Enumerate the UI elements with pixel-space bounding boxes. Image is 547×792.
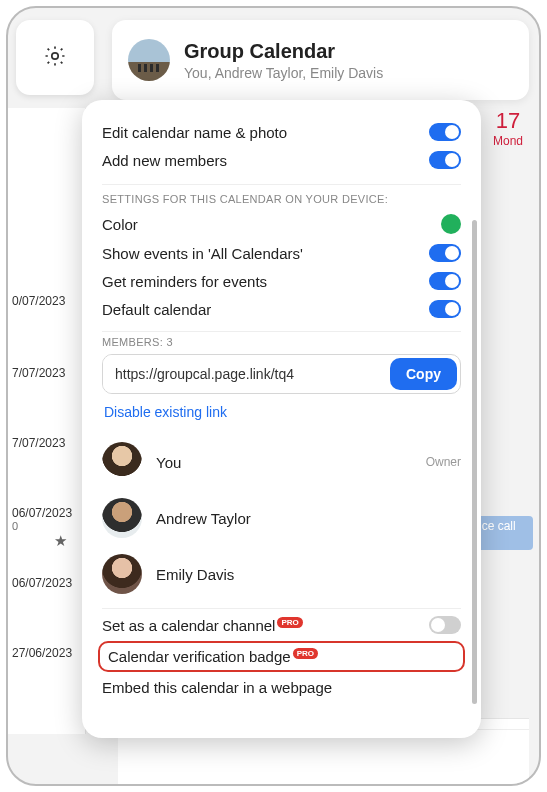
avatar xyxy=(102,498,142,538)
svg-point-0 xyxy=(52,52,58,58)
bg-date[interactable]: 06/07/2023 xyxy=(12,576,82,590)
toggle-default-cal[interactable] xyxy=(429,300,461,318)
bg-day-header[interactable]: 17 Mond xyxy=(477,108,539,158)
bg-date[interactable]: 0/07/2023 xyxy=(12,294,82,308)
star-icon: ★ xyxy=(54,532,67,550)
member-role: Owner xyxy=(426,455,461,469)
row-default-calendar[interactable]: Default calendar xyxy=(102,295,461,323)
row-verification-badge[interactable]: Calendar verification badgePRO xyxy=(98,641,465,672)
row-color[interactable]: Color xyxy=(102,209,461,239)
row-label: Edit calendar name & photo xyxy=(102,124,429,141)
gear-icon xyxy=(43,44,67,72)
copy-link-button[interactable]: Copy xyxy=(390,358,457,390)
scrollbar[interactable] xyxy=(472,220,477,704)
section-device-settings: SETTINGS FOR THIS CALENDAR ON YOUR DEVIC… xyxy=(102,184,461,205)
settings-button[interactable] xyxy=(16,20,94,95)
calendar-header-card[interactable]: Group Calendar You, Andrew Taylor, Emily… xyxy=(112,20,529,100)
row-add-members[interactable]: Add new members xyxy=(102,146,461,174)
bg-day-number: 17 xyxy=(477,108,539,134)
disable-link-action[interactable]: Disable existing link xyxy=(104,404,227,420)
row-label: Show events in 'All Calendars' xyxy=(102,245,429,262)
row-edit-name-photo[interactable]: Edit calendar name & photo xyxy=(102,118,461,146)
bg-date[interactable]: 7/07/2023 xyxy=(12,436,82,450)
pro-badge: PRO xyxy=(293,648,318,659)
member-row[interactable]: Emily Davis xyxy=(102,546,461,602)
share-link-box: Copy xyxy=(102,354,461,394)
toggle-calendar-channel[interactable] xyxy=(429,616,461,634)
bg-day-name: Mond xyxy=(477,134,539,148)
avatar xyxy=(102,442,142,482)
toggle-show-all[interactable] xyxy=(429,244,461,262)
toggle-reminders[interactable] xyxy=(429,272,461,290)
calendar-settings-panel: Edit calendar name & photo Add new membe… xyxy=(82,100,481,738)
row-embed-webpage[interactable]: Embed this calendar in a webpage xyxy=(102,674,461,701)
row-label: Embed this calendar in a webpage xyxy=(102,679,461,696)
member-row[interactable]: You Owner xyxy=(102,434,461,490)
row-calendar-channel[interactable]: Set as a calendar channelPRO xyxy=(102,611,461,639)
row-label: Color xyxy=(102,216,441,233)
row-show-all-calendars[interactable]: Show events in 'All Calendars' xyxy=(102,239,461,267)
row-label: Set as a calendar channelPRO xyxy=(102,617,429,634)
toggle-add-members[interactable] xyxy=(429,151,461,169)
calendar-photo xyxy=(128,39,170,81)
color-swatch[interactable] xyxy=(441,214,461,234)
member-row[interactable]: Andrew Taylor xyxy=(102,490,461,546)
row-label: Default calendar xyxy=(102,301,429,318)
bg-date[interactable]: 06/07/2023 xyxy=(12,506,82,520)
row-reminders[interactable]: Get reminders for events xyxy=(102,267,461,295)
bg-date-sub: 0 xyxy=(12,520,82,532)
share-link-input[interactable] xyxy=(103,355,387,393)
avatar xyxy=(102,554,142,594)
bg-date[interactable]: 7/07/2023 xyxy=(12,366,82,380)
calendar-members-summary: You, Andrew Taylor, Emily Davis xyxy=(184,65,383,81)
bg-event-chip[interactable]: ice call xyxy=(475,516,533,550)
calendar-title: Group Calendar xyxy=(184,40,383,63)
pro-badge: PRO xyxy=(277,617,302,628)
row-label: Get reminders for events xyxy=(102,273,429,290)
section-members: MEMBERS: 3 xyxy=(102,331,461,348)
member-name: Andrew Taylor xyxy=(156,510,447,527)
member-name: Emily Davis xyxy=(156,566,447,583)
member-name: You xyxy=(156,454,412,471)
row-label: Calendar verification badgePRO xyxy=(108,648,455,665)
row-label: Add new members xyxy=(102,152,429,169)
toggle-edit-name-photo[interactable] xyxy=(429,123,461,141)
bg-date[interactable]: 27/06/2023 xyxy=(12,646,82,660)
